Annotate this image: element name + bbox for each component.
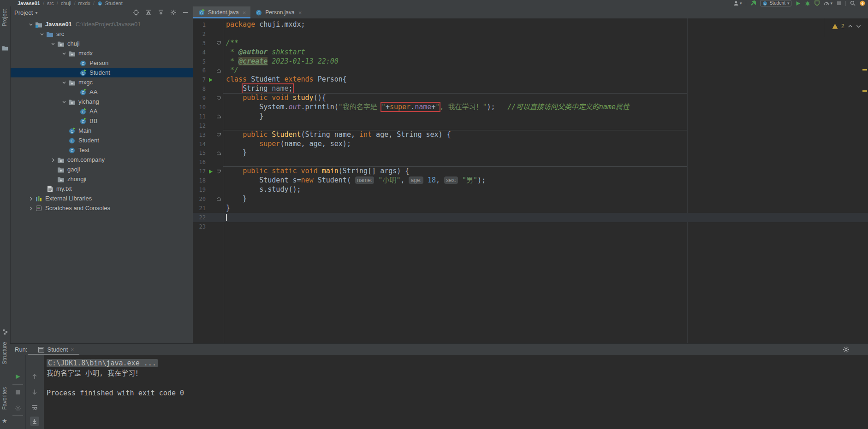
- inspection-widget[interactable]: 2: [832, 23, 861, 29]
- chevron-right-icon[interactable]: [27, 196, 35, 201]
- structure-icon[interactable]: [2, 329, 8, 335]
- build-project-button[interactable]: [750, 0, 756, 6]
- tree-item-javase01[interactable]: Javase01C:\IdeaProject\Javase01: [11, 19, 193, 29]
- tree-item-aa[interactable]: CAA: [11, 106, 193, 116]
- run-settings-gear-icon[interactable]: [843, 346, 850, 353]
- fold-down-icon[interactable]: [215, 41, 222, 46]
- tree-item-student[interactable]: CStudent: [11, 135, 193, 145]
- fold-up-icon[interactable]: [215, 151, 222, 156]
- run-console[interactable]: C:\JDK1.8\bin\java.exe ...我的名字是 小明, 我在学习…: [44, 355, 868, 429]
- close-icon[interactable]: ×: [243, 9, 246, 16]
- tree-item-mxdx[interactable]: mxdx: [11, 48, 193, 58]
- chevron-down-icon[interactable]: [60, 51, 68, 56]
- soft-wrap-button[interactable]: [25, 404, 44, 410]
- code-line-10[interactable]: System.out.println("我的名字是 "+super.name+"…: [226, 103, 630, 112]
- down-stack-trace-button[interactable]: [25, 389, 44, 395]
- tree-item-bb[interactable]: CBB: [11, 116, 193, 126]
- tree-item-aa[interactable]: CAA: [11, 87, 193, 97]
- up-stack-trace-button[interactable]: [25, 374, 44, 380]
- breadcrumb[interactable]: Javase01/src/chuji/mxdx/CStudent: [18, 0, 123, 6]
- scroll-to-end-button[interactable]: [25, 417, 44, 426]
- tab-student-java[interactable]: CStudent.java×: [193, 6, 250, 18]
- code-line-13[interactable]: public Student(String name, int age, Str…: [226, 130, 630, 140]
- run-config-combo[interactable]: C Student ▾: [760, 0, 791, 6]
- settings-gear-icon[interactable]: [170, 9, 177, 16]
- code-line-8[interactable]: String name;: [226, 84, 630, 94]
- folder-icon[interactable]: [2, 45, 8, 51]
- fold-up-icon[interactable]: [215, 114, 222, 119]
- tree-item-external-libraries[interactable]: External Libraries: [11, 194, 193, 203]
- code-line-7[interactable]: class Student extends Person{: [226, 75, 630, 84]
- favorites-stripe-button[interactable]: Favorites: [1, 387, 8, 410]
- editor-body[interactable]: 1234567891011121314151617181920212223 pa…: [193, 18, 868, 343]
- tree-item-person[interactable]: CPerson: [11, 58, 193, 68]
- tree-item-my-txt[interactable]: my.txt: [11, 184, 193, 194]
- tree-item-zhongji[interactable]: zhongji: [11, 174, 193, 184]
- expand-all-button[interactable]: [145, 9, 152, 16]
- stop-button[interactable]: [837, 1, 841, 6]
- chevron-right-icon[interactable]: [49, 157, 57, 163]
- console-command-line[interactable]: C:\JDK1.8\bin\java.exe ...: [47, 359, 158, 367]
- fold-up-icon[interactable]: [215, 68, 222, 73]
- project-stripe-button[interactable]: Project: [1, 9, 8, 26]
- user-avatar-icon[interactable]: ▾: [733, 0, 742, 6]
- rerun-button[interactable]: [10, 374, 25, 380]
- chevron-down-icon[interactable]: [49, 41, 57, 47]
- update-indicator-icon[interactable]: [860, 0, 865, 6]
- debug-button[interactable]: [805, 0, 810, 6]
- code-line-2[interactable]: [226, 29, 630, 39]
- locate-file-button[interactable]: [133, 9, 139, 16]
- code-line-21[interactable]: }: [226, 204, 630, 213]
- hide-panel-button[interactable]: [183, 10, 188, 15]
- project-panel-header[interactable]: Project ▾: [11, 6, 193, 19]
- chevron-down-icon[interactable]: [60, 99, 68, 105]
- code-line-3[interactable]: /**: [226, 39, 630, 48]
- breadcrumb-item[interactable]: src: [47, 0, 54, 6]
- tree-item-mxgc[interactable]: mxgc: [11, 77, 193, 87]
- code-line-19[interactable]: s.study();: [226, 185, 630, 194]
- prev-warning-button[interactable]: [848, 24, 853, 28]
- stop-process-button[interactable]: [10, 390, 25, 395]
- star-icon[interactable]: ★: [2, 417, 7, 424]
- tree-item-com-company[interactable]: com.company: [11, 155, 193, 165]
- tab-person-java[interactable]: CPerson.java×: [250, 6, 306, 18]
- fold-down-icon[interactable]: [215, 96, 222, 101]
- code-line-14[interactable]: super(name, age, sex);: [226, 140, 630, 149]
- tree-item-student[interactable]: CStudent: [11, 68, 193, 77]
- tree-item-gaoji[interactable]: gaoji: [11, 165, 193, 174]
- code-line-18[interactable]: Student s=new Student( name: "小明", age: …: [226, 176, 630, 185]
- breadcrumb-item[interactable]: chuji: [61, 0, 71, 6]
- code-content[interactable]: package chuji.mxdx;/** * @author shkstar…: [226, 20, 630, 231]
- code-line-22[interactable]: [226, 213, 630, 222]
- breadcrumb-item[interactable]: mxdx: [78, 0, 90, 6]
- code-line-17[interactable]: public static void main(String[] args) {: [226, 167, 630, 176]
- search-everywhere-button[interactable]: [850, 0, 856, 6]
- run-button[interactable]: [796, 1, 801, 6]
- tree-item-test[interactable]: CTest: [11, 145, 193, 155]
- run-line-icon[interactable]: [207, 169, 214, 174]
- chevron-right-icon[interactable]: [27, 206, 35, 211]
- close-icon[interactable]: ×: [71, 347, 74, 353]
- code-line-6[interactable]: */: [226, 66, 630, 75]
- tree-item-scratches-and-consoles[interactable]: Scratches and Consoles: [11, 203, 193, 213]
- scrollbar-warning-tick[interactable]: [862, 90, 867, 92]
- structure-stripe-button[interactable]: Structure: [1, 342, 8, 364]
- tree-item-main[interactable]: CMain: [11, 126, 193, 135]
- coverage-button[interactable]: [814, 0, 820, 6]
- run-line-icon[interactable]: [207, 77, 214, 82]
- code-line-11[interactable]: }: [226, 112, 630, 121]
- fold-down-icon[interactable]: [215, 132, 222, 137]
- scrollbar-warning-tick[interactable]: [862, 69, 867, 71]
- chevron-down-icon[interactable]: [60, 80, 68, 85]
- code-line-12[interactable]: [226, 121, 630, 130]
- tree-item-yichang[interactable]: yichang: [11, 97, 193, 106]
- code-line-5[interactable]: * @create 2023-01-13 22:00: [226, 57, 630, 66]
- update-application-button[interactable]: [10, 405, 25, 411]
- tree-item-chuji[interactable]: chuji: [11, 39, 193, 48]
- collapse-all-button[interactable]: [158, 9, 164, 16]
- fold-down-icon[interactable]: [215, 169, 222, 174]
- chevron-down-icon[interactable]: [38, 31, 46, 37]
- code-line-9[interactable]: public void study(){: [226, 94, 630, 103]
- code-line-20[interactable]: }: [226, 194, 630, 204]
- profiler-button[interactable]: ▾: [824, 0, 832, 6]
